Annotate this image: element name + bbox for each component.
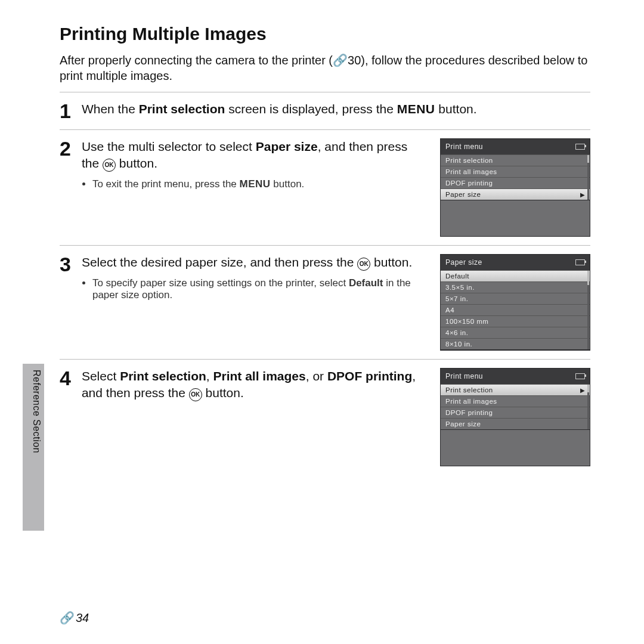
menu-item-highlighted: Paper size▶ [441,189,590,200]
ok-button-icon: OK [103,159,116,172]
menu-button-label: MENU [240,178,271,190]
step-2-bullet: To exit the print menu, press the MENU b… [92,178,426,190]
menu-item-highlighted: Print selection▶ [441,385,590,396]
battery-icon [575,259,585,265]
screen-menu-list: Default 3.5×5 in. 5×7 in. A4 100×150 mm … [441,270,590,350]
step-number: 1 [60,101,71,121]
battery-icon [575,373,585,379]
screen-menu-list: Print selection Print all images DPOF pr… [441,154,590,200]
menu-item: 4×6 in. [441,327,590,339]
step-number: 2 [60,138,71,159]
menu-item: 8×10 in. [441,339,590,349]
manual-page: Reference Section Printing Multiple Imag… [0,0,644,644]
reference-icon: 🔗 [60,611,75,625]
step-2: 2 Use the multi selector to select Paper… [60,130,590,245]
intro-text: After properly connecting the camera to … [60,52,590,83]
camera-screen-paper-size: Paper size Default 3.5×5 in. 5×7 in. A4 … [440,254,590,351]
menu-item: DPOF printing [441,178,590,189]
menu-item: 100×150 mm [441,316,590,327]
section-label: Reference Section [31,370,42,453]
screen-title: Print menu [445,143,483,151]
camera-screen-print-menu: Print menu Print selection Print all ima… [440,138,590,237]
step-3: 3 Select the desired paper size, and the… [60,246,590,359]
menu-item: 5×7 in. [441,293,590,305]
menu-item: A4 [441,305,590,316]
step-1-text: When the Print selection screen is displ… [82,101,590,117]
step-3-text: Select the desired paper size, and then … [82,254,426,271]
screen-title: Paper size [445,258,482,267]
menu-item: Print all images [441,166,590,178]
menu-item: DPOF printing [441,407,590,419]
screen-menu-list: Print selection▶ Print all images DPOF p… [441,384,590,430]
ok-button-icon: OK [189,388,202,401]
screen-title: Print menu [445,372,483,380]
menu-item: Print all images [441,396,590,407]
menu-item: 3.5×5 in. [441,282,590,293]
step-2-text: Use the multi selector to select Paper s… [82,138,426,172]
step-4: 4 Select Print selection, Print all imag… [60,360,590,475]
battery-icon [575,144,585,150]
step-4-text: Select Print selection, Print all images… [82,368,426,402]
camera-screen-print-menu-2: Print menu Print selection▶ Print all im… [440,368,590,466]
chevron-right-icon: ▶ [580,191,586,198]
step-number: 4 [60,368,71,388]
step-number: 3 [60,254,71,274]
step-1: 1 When the Print selection screen is dis… [60,92,590,129]
menu-item: Paper size [441,419,590,429]
step-3-bullet: To specify paper size using settings on … [92,277,426,301]
menu-item: Print selection [441,155,590,166]
ok-button-icon: OK [357,258,370,271]
menu-item-highlighted: Default [441,271,590,282]
reference-icon: 🔗 [333,52,348,68]
chevron-right-icon: ▶ [580,387,586,394]
page-title: Printing Multiple Images [60,24,590,44]
menu-button-label: MENU [397,102,435,116]
page-number: 🔗34 [60,611,89,625]
